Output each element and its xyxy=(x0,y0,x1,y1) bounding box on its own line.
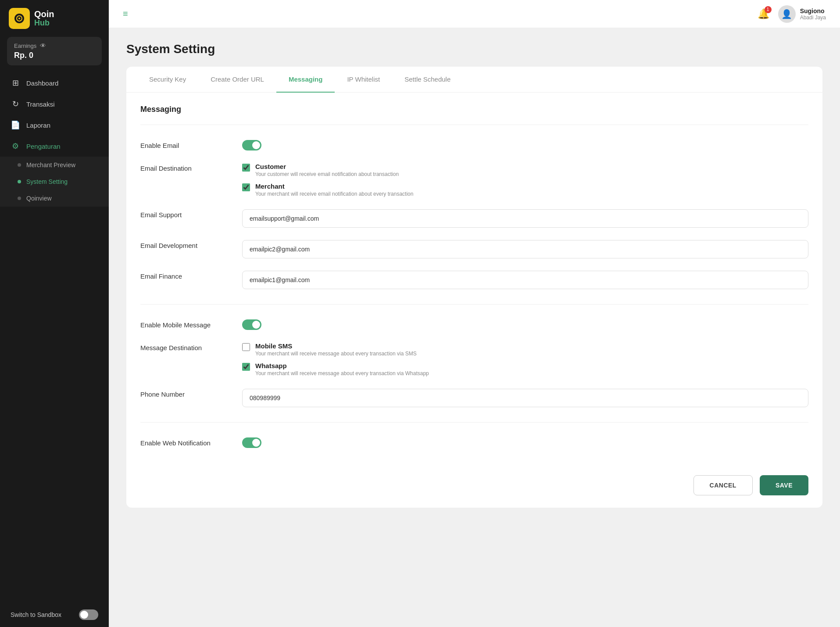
sidebar-item-merchant-preview[interactable]: Merchant Preview xyxy=(0,157,109,173)
topbar-right: 🔔 1 👤 Sugiono Abadi Jaya xyxy=(758,5,826,23)
menu-icon[interactable]: ≡ xyxy=(123,9,128,19)
dashboard-icon: ⊞ xyxy=(11,78,20,88)
mobile-sms-label: Mobile SMS xyxy=(255,342,417,350)
enable-email-toggle[interactable] xyxy=(242,140,261,150)
main-content: System Setting Security Key Create Order… xyxy=(109,28,840,627)
enable-mobile-control xyxy=(242,319,808,330)
nav-dashboard-label: Dashboard xyxy=(26,79,58,87)
customer-checkbox-item: Customer Your customer will receive emai… xyxy=(242,163,808,177)
user-company: Abadi Jaya xyxy=(800,14,826,21)
pengaturan-icon: ⚙ xyxy=(11,141,20,151)
whatsapp-checkbox[interactable] xyxy=(242,363,250,371)
nav-sub-menu: Merchant Preview System Setting Qoinview xyxy=(0,157,109,207)
phone-number-input[interactable] xyxy=(242,389,808,407)
logo-text: Qoin Hub xyxy=(34,9,54,28)
phone-number-control xyxy=(242,389,808,407)
merchant-checkbox[interactable] xyxy=(242,183,250,191)
logo-hub: Hub xyxy=(34,19,54,28)
message-destination-label: Message Destination xyxy=(140,342,228,351)
sandbox-toggle[interactable] xyxy=(79,609,98,620)
email-destination-label: Email Destination xyxy=(140,163,228,172)
email-finance-input[interactable] xyxy=(242,271,808,289)
enable-web-toggle[interactable] xyxy=(242,437,261,448)
nav-laporan-label: Laporan xyxy=(26,122,50,129)
customer-label: Customer xyxy=(255,163,399,170)
email-development-label: Email Development xyxy=(140,240,228,249)
customer-checkbox[interactable] xyxy=(242,164,250,172)
nav-laporan[interactable]: 📄 Laporan xyxy=(0,115,109,136)
email-finance-control xyxy=(242,271,808,289)
tab-messaging[interactable]: Messaging xyxy=(276,67,335,93)
whatsapp-label-group: Whatsapp Your merchant will receive mess… xyxy=(255,362,429,376)
notif-badge: 1 xyxy=(765,6,772,13)
enable-mobile-row: Enable Mobile Message xyxy=(140,313,808,336)
user-name: Sugiono xyxy=(800,7,826,14)
dot-active-icon xyxy=(18,180,21,183)
sidebar: Qoin Hub Earnings 👁 Rp. 0 ⊞ Dashboard ↻ … xyxy=(0,0,109,627)
enable-mobile-label: Enable Mobile Message xyxy=(140,319,228,329)
tab-security-key[interactable]: Security Key xyxy=(137,67,198,93)
email-support-row: Email Support xyxy=(140,203,808,234)
sidebar-item-qoinview[interactable]: Qoinview xyxy=(0,190,109,207)
avatar: 👤 xyxy=(778,5,796,23)
merchant-label: Merchant xyxy=(255,183,413,190)
messaging-section: Messaging Enable Email Email Destination xyxy=(126,93,822,466)
message-checkbox-group: Mobile SMS Your merchant will receive me… xyxy=(242,342,808,376)
dot-icon xyxy=(18,163,21,167)
user-info: 👤 Sugiono Abadi Jaya xyxy=(778,5,826,23)
enable-email-control xyxy=(242,140,808,150)
email-development-input[interactable] xyxy=(242,240,808,258)
enable-mobile-toggle[interactable] xyxy=(242,319,261,330)
phone-number-row: Phone Number xyxy=(140,383,808,413)
enable-email-label: Enable Email xyxy=(140,140,228,149)
email-development-row: Email Development xyxy=(140,234,808,265)
tab-create-order-url[interactable]: Create Order URL xyxy=(198,67,276,93)
mobile-sms-label-group: Mobile SMS Your merchant will receive me… xyxy=(255,342,417,357)
tab-ip-whitelist[interactable]: IP Whitelist xyxy=(335,67,392,93)
earnings-value: Rp. 0 xyxy=(14,51,95,60)
topbar: ≡ 🔔 1 👤 Sugiono Abadi Jaya xyxy=(109,0,840,28)
customer-label-group: Customer Your customer will receive emai… xyxy=(255,163,399,177)
tab-settle-schedule[interactable]: Settle Schedule xyxy=(392,67,463,93)
logo-qoin: Qoin xyxy=(34,9,54,19)
merchant-checkbox-item: Merchant Your merchant will receive emai… xyxy=(242,183,808,197)
enable-email-row: Enable Email xyxy=(140,134,808,157)
nav-dashboard[interactable]: ⊞ Dashboard xyxy=(0,72,109,93)
email-support-input[interactable] xyxy=(242,209,808,228)
topbar-left: ≡ xyxy=(123,9,128,19)
whatsapp-label: Whatsapp xyxy=(255,362,429,369)
phone-number-label: Phone Number xyxy=(140,389,228,398)
nav-transaksi-label: Transaksi xyxy=(26,100,54,108)
notification-bell[interactable]: 🔔 1 xyxy=(758,8,769,20)
email-destination-control: Customer Your customer will receive emai… xyxy=(242,163,808,197)
tabs: Security Key Create Order URL Messaging … xyxy=(126,67,822,93)
email-development-control xyxy=(242,240,808,258)
button-row: CANCEL SAVE xyxy=(126,466,822,508)
whatsapp-desc: Your merchant will receive message about… xyxy=(255,370,429,376)
save-button[interactable]: SAVE xyxy=(760,475,808,495)
nav-qoinview-label: Qoinview xyxy=(26,195,52,202)
earnings-label: Earnings 👁 xyxy=(14,42,95,49)
customer-desc: Your customer will receive email notific… xyxy=(255,171,399,177)
nav-pengaturan[interactable]: ⚙ Pengaturan xyxy=(0,136,109,157)
user-text: Sugiono Abadi Jaya xyxy=(800,7,826,21)
nav-pengaturan-label: Pengaturan xyxy=(26,143,61,150)
message-destination-row: Message Destination Mobile SMS Your merc… xyxy=(140,336,808,383)
earnings-box: Earnings 👁 Rp. 0 xyxy=(7,37,102,65)
settings-card: Security Key Create Order URL Messaging … xyxy=(126,67,822,508)
enable-web-control xyxy=(242,437,808,448)
merchant-label-group: Merchant Your merchant will receive emai… xyxy=(255,183,413,197)
email-finance-row: Email Finance xyxy=(140,265,808,295)
nav-transaksi[interactable]: ↻ Transaksi xyxy=(0,93,109,115)
cancel-button[interactable]: CANCEL xyxy=(693,475,753,495)
logo: Qoin Hub xyxy=(0,0,109,37)
mobile-sms-checkbox[interactable] xyxy=(242,343,250,351)
email-checkbox-group: Customer Your customer will receive emai… xyxy=(242,163,808,197)
sidebar-footer: Switch to Sandbox xyxy=(0,602,109,627)
sidebar-item-system-setting[interactable]: System Setting xyxy=(0,173,109,190)
dot-qoinview-icon xyxy=(18,197,21,200)
transaksi-icon: ↻ xyxy=(11,99,20,109)
merchant-desc: Your merchant will receive email notific… xyxy=(255,191,413,197)
main-area: ≡ 🔔 1 👤 Sugiono Abadi Jaya System Settin… xyxy=(109,0,840,627)
eye-icon[interactable]: 👁 xyxy=(40,42,46,49)
